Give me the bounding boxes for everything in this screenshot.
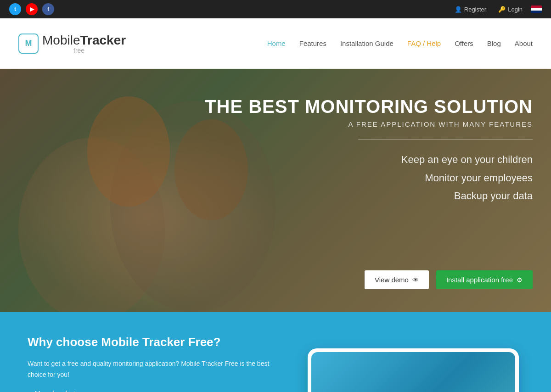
logo[interactable]: M MobileTracker free bbox=[18, 33, 126, 54]
social-links: t ▶ f bbox=[9, 3, 54, 15]
view-demo-button[interactable]: View demo 👁 bbox=[365, 270, 429, 289]
top-bar-right: 👤 Register 🔑 Login bbox=[451, 4, 542, 15]
facebook-icon[interactable]: f bbox=[42, 3, 54, 15]
logo-icon: M bbox=[18, 34, 39, 54]
svg-point-2 bbox=[87, 96, 170, 207]
top-bar: t ▶ f 👤 Register 🔑 Login bbox=[0, 0, 551, 18]
nav-blog[interactable]: Blog bbox=[487, 39, 501, 47]
twitter-icon[interactable]: t bbox=[9, 3, 21, 15]
main-nav: Home Features Installation Guide FAQ / H… bbox=[267, 39, 533, 47]
video-area bbox=[303, 335, 523, 392]
tagline-1: Keep an eye on your children bbox=[205, 151, 533, 169]
tablet-mockup bbox=[308, 348, 519, 392]
eye-icon: 👁 bbox=[412, 276, 419, 284]
why-intro: Want to get a free and quality monitorin… bbox=[28, 358, 276, 381]
hero-buttons: View demo 👁 Install application free ⚙ bbox=[365, 270, 533, 289]
nav-offers[interactable]: Offers bbox=[455, 39, 473, 47]
tablet-screen bbox=[311, 352, 515, 392]
login-button[interactable]: 🔑 Login bbox=[495, 4, 526, 15]
why-heading: Why choose Mobile Tracker Free? bbox=[28, 335, 276, 349]
feature-1: Many free features bbox=[28, 388, 276, 392]
youtube-icon[interactable]: ▶ bbox=[26, 3, 38, 15]
hero-subtitle: A FREE APPLICATION WITH MANY FEATURES bbox=[205, 120, 533, 128]
features-list: Many free features Easy installation and… bbox=[28, 388, 276, 392]
hero-section: THE BEST MONITORING SOLUTION A FREE APPL… bbox=[0, 69, 551, 312]
tagline-3: Backup your data bbox=[205, 187, 533, 205]
nav-about[interactable]: About bbox=[515, 39, 533, 47]
why-section: Why choose Mobile Tracker Free? Want to … bbox=[0, 312, 551, 392]
logo-text-container: MobileTracker free bbox=[42, 33, 126, 54]
gear-icon: ⚙ bbox=[517, 276, 523, 284]
language-flag[interactable] bbox=[531, 6, 542, 13]
hero-taglines: Keep an eye on your children Monitor you… bbox=[205, 151, 533, 205]
install-button[interactable]: Install application free ⚙ bbox=[436, 270, 533, 289]
header: M MobileTracker free Home Features Insta… bbox=[0, 18, 551, 69]
hero-divider bbox=[358, 139, 533, 140]
tagline-2: Monitor your employees bbox=[205, 169, 533, 187]
login-icon: 🔑 bbox=[498, 6, 506, 13]
hero-text: THE BEST MONITORING SOLUTION A FREE APPL… bbox=[205, 96, 533, 205]
register-button[interactable]: 👤 Register bbox=[451, 4, 490, 15]
hero-title: THE BEST MONITORING SOLUTION bbox=[205, 96, 533, 117]
nav-features[interactable]: Features bbox=[299, 39, 326, 47]
why-content: Why choose Mobile Tracker Free? Want to … bbox=[28, 335, 276, 392]
logo-text: MobileTracker bbox=[42, 33, 126, 48]
logo-subtitle: free bbox=[73, 47, 126, 54]
nav-installation[interactable]: Installation Guide bbox=[340, 39, 394, 47]
nav-home[interactable]: Home bbox=[267, 39, 286, 47]
register-icon: 👤 bbox=[455, 6, 462, 13]
nav-faq[interactable]: FAQ / Help bbox=[407, 39, 441, 47]
